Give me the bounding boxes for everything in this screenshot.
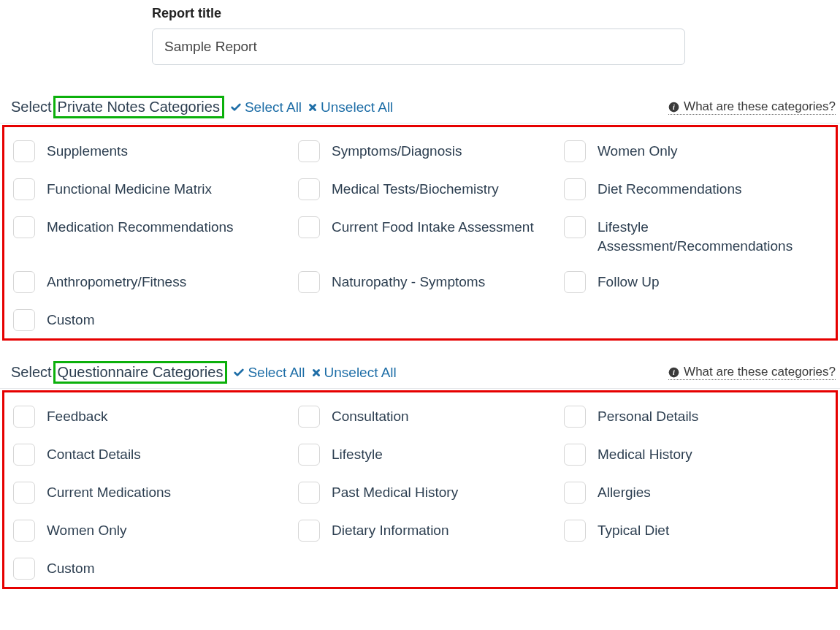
questionnaire-checkbox[interactable] [298,482,320,504]
private-notes-help-link[interactable]: i What are these categories? [668,99,836,115]
check-icon [233,367,245,379]
privateNotes-item: Current Food Intake Assessment [298,216,564,255]
questionnaire-checkbox[interactable] [298,520,320,542]
questionnaire-item: Dietary Information [298,520,564,542]
questionnaire-item: Lifestyle [298,444,564,466]
questionnaire-item: Past Medical History [298,482,564,504]
privateNotes-label: Supplements [47,140,128,161]
privateNotes-item: Functional Medicine Matrix [13,178,298,200]
questionnaire-item: Custom [13,558,298,580]
private-notes-title-highlight: Private Notes Categories [53,96,224,118]
questionnaire-label: Typical Diet [597,520,669,540]
questionnaire-checkbox[interactable] [13,558,35,580]
x-icon [311,368,321,378]
report-title-section: Report title [152,6,840,65]
privateNotes-checkbox[interactable] [298,140,320,162]
questionnaire-checkbox[interactable] [298,406,320,428]
questionnaire-select-all-link[interactable]: Select All [233,365,305,381]
privateNotes-label: Functional Medicine Matrix [47,178,212,199]
privateNotes-item: Diet Recommendations [564,178,827,200]
privateNotes-checkbox[interactable] [564,271,586,293]
questionnaire-label: Dietary Information [332,520,449,540]
questionnaire-checkbox[interactable] [564,482,586,504]
privateNotes-checkbox[interactable] [298,178,320,200]
private-notes-select-label: Select [11,99,52,115]
privateNotes-checkbox[interactable] [298,216,320,238]
questionnaire-checkbox[interactable] [564,444,586,466]
privateNotes-checkbox[interactable] [13,178,35,200]
privateNotes-checkbox[interactable] [13,309,35,331]
questionnaire-item: Consultation [298,406,564,428]
info-icon: i [668,102,679,113]
svg-text:i: i [673,368,675,376]
questionnaire-label: Consultation [332,406,409,426]
questionnaire-label: Custom [47,558,94,578]
privateNotes-label: Follow Up [597,271,659,292]
privateNotes-item: Lifestyle Assessment/Recommendations [564,216,827,255]
privateNotes-item: Medication Recommendations [13,216,298,255]
private-notes-select-all-link[interactable]: Select All [230,99,302,115]
report-title-input[interactable] [152,29,685,65]
questionnaire-checkbox[interactable] [13,444,35,466]
privateNotes-label: Symptoms/Diagnosis [332,140,462,161]
privateNotes-checkbox[interactable] [13,216,35,238]
svg-text:i: i [673,103,675,111]
select-all-label: Select All [245,99,302,115]
questionnaire-checkbox[interactable] [13,520,35,542]
questionnaire-checkbox[interactable] [298,444,320,466]
help-text: What are these categories? [684,365,836,379]
privateNotes-item: Symptoms/Diagnosis [298,140,564,162]
questionnaire-checkbox[interactable] [564,406,586,428]
help-text: What are these categories? [684,99,836,114]
questionnaire-checkbox[interactable] [13,482,35,504]
questionnaire-item: Medical History [564,444,827,466]
questionnaire-header: Select Questionnaire Categories Select A… [0,361,840,389]
privateNotes-label: Lifestyle Assessment/Recommendations [597,216,827,255]
questionnaire-item: Contact Details [13,444,298,466]
privateNotes-checkbox[interactable] [564,140,586,162]
questionnaire-checkbox[interactable] [564,520,586,542]
questionnaire-select-label: Select [11,364,52,381]
privateNotes-item: Custom [13,309,298,331]
private-notes-unselect-all-link[interactable]: Unselect All [308,99,393,115]
questionnaire-item: Personal Details [564,406,827,428]
questionnaire-unselect-all-link[interactable]: Unselect All [311,365,397,381]
privateNotes-label: Custom [47,309,94,330]
questionnaire-item: Women Only [13,520,298,542]
x-icon [308,102,318,113]
unselect-all-label: Unselect All [321,99,393,115]
privateNotes-label: Women Only [597,140,677,161]
questionnaire-item: Allergies [564,482,827,504]
select-all-label: Select All [248,365,305,381]
privateNotes-label: Medical Tests/Biochemistry [332,178,499,199]
private-notes-header: Select Private Notes Categories Select A… [0,96,840,124]
info-icon: i [668,367,679,378]
questionnaire-label: Current Medications [47,482,171,502]
questionnaire-title-highlight: Questionnaire Categories [53,361,228,384]
unselect-all-label: Unselect All [324,365,397,381]
privateNotes-label: Medication Recommendations [47,216,234,237]
questionnaire-help-link[interactable]: i What are these categories? [668,365,836,380]
questionnaire-categories-box: FeedbackConsultationPersonal DetailsCont… [2,390,838,589]
privateNotes-item: Medical Tests/Biochemistry [298,178,564,200]
privateNotes-item: Follow Up [564,271,827,293]
questionnaire-label: Personal Details [597,406,698,426]
privateNotes-checkbox[interactable] [13,271,35,293]
privateNotes-checkbox[interactable] [298,271,320,293]
privateNotes-item: Women Only [564,140,827,162]
questionnaire-label: Women Only [47,520,126,540]
questionnaire-checkbox[interactable] [13,406,35,428]
privateNotes-label: Anthropometry/Fitness [47,271,186,292]
privateNotes-checkbox[interactable] [564,216,586,238]
questionnaire-item: Typical Diet [564,520,827,542]
privateNotes-checkbox[interactable] [564,178,586,200]
questionnaire-label: Lifestyle [332,444,383,464]
private-notes-categories-box: SupplementsSymptoms/DiagnosisWomen OnlyF… [2,125,838,341]
privateNotes-item: Anthropometry/Fitness [13,271,298,293]
privateNotes-checkbox[interactable] [13,140,35,162]
questionnaire-label: Past Medical History [332,482,458,502]
questionnaire-label: Feedback [47,406,107,426]
report-title-label: Report title [152,6,840,21]
questionnaire-item: Feedback [13,406,298,428]
questionnaire-item: Current Medications [13,482,298,504]
